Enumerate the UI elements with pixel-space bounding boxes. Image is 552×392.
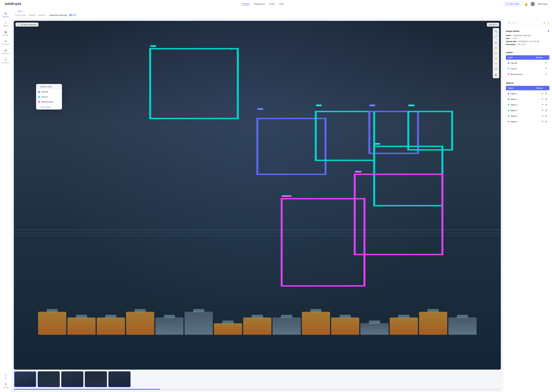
objects-table-header: Object Actions — [506, 86, 549, 90]
object6-visibility-icon[interactable]: 👁 — [541, 120, 544, 123]
object3-visibility-icon[interactable]: 👁 — [541, 104, 544, 106]
sidebar-item-datasets[interactable]: ⊞ Datasets — [1, 10, 11, 19]
tool-zoom-out[interactable]: 🔎 — [494, 34, 498, 39]
tag-icon[interactable]: ⬡ — [547, 21, 549, 24]
class-option-wrongfill[interactable]: Wrong fill level — [36, 99, 62, 104]
object5-delete-icon[interactable]: 🗑 — [545, 115, 547, 117]
capoff-visibility-icon[interactable]: 👁 — [545, 62, 547, 64]
sidebar-item-integration[interactable]: ⊡ Integration — [1, 56, 11, 65]
nav-help[interactable]: Help — [279, 3, 284, 5]
tool-cursor[interactable]: ▲ — [494, 41, 498, 45]
wrongfill-visibility-icon[interactable]: 👁 — [545, 73, 547, 76]
tool-hand[interactable]: ✋ — [494, 46, 498, 50]
label-row-capoff: Cap-Off 👁 — [506, 60, 549, 66]
sidebar-item-connectors[interactable]: ⊕ Connectors — [1, 38, 11, 47]
class-option-capon[interactable]: Cap-On — [36, 94, 62, 99]
label-col-header: Label — [508, 56, 536, 59]
zoom-control[interactable]: 12% (fit) ▾ — [487, 23, 499, 27]
user-avatar[interactable]: 👤 — [530, 2, 535, 6]
object-row-2: Object 2 👁 🗑 — [506, 97, 549, 102]
wrongfill-label: Wrong fill level — [41, 101, 53, 103]
sidebar-item-predictions[interactable]: ▤ Predictions — [1, 47, 11, 56]
wrongfill-label-dot — [508, 73, 509, 75]
sidebar-item-models[interactable]: ◻ Models — [1, 20, 11, 28]
breadcrumb-project[interactable]: Project name — [15, 14, 26, 16]
datasets-icon: ⊞ — [4, 12, 7, 15]
object5-dot — [508, 115, 509, 117]
thumbnail-4[interactable] — [108, 371, 131, 387]
notifications-bell[interactable]: 🔔 — [524, 2, 528, 6]
capon-visibility-icon[interactable]: 👁 — [545, 67, 547, 70]
search-bar[interactable]: 🔍 Search — [506, 21, 542, 25]
sidebar-label-doc: Doc — [4, 377, 7, 379]
add-class-option[interactable]: + Add classes — [36, 104, 62, 110]
bbox-label-capon-1: Cap-On — [150, 45, 156, 47]
credits-label: 3000 credits — [509, 3, 520, 5]
object5-visibility-icon[interactable]: 👁 — [541, 115, 544, 117]
breadcrumb-dataset[interactable]: Dataset — [29, 14, 35, 16]
breadcrumb-dataset1[interactable]: Dataset 1 — [38, 14, 46, 16]
breadcrumb-image[interactable]: image1hdiu-dusjo.jpg — [49, 14, 67, 16]
nav-playground[interactable]: Playground — [254, 3, 265, 5]
right-panel-header: 🔍 Search ⊿ ⬡ — [503, 19, 552, 27]
object-actions-header: Actions — [536, 87, 547, 89]
sidebar-item-settings[interactable]: ⚙ Settings — [1, 381, 11, 390]
object4-visibility-icon[interactable]: 👁 — [541, 109, 544, 112]
canvas-tools: 🔍 🔎 ▲ ✋ ⌗ ✏ ✂ ◎ 🗑 — [493, 28, 499, 78]
bbox-label-capoff-1: Cap-Off — [257, 108, 263, 110]
back-label: Back — [18, 10, 22, 12]
sidebar-label-datasets: Datasets — [3, 16, 9, 18]
capon-label-text: Cap-On — [510, 68, 517, 70]
doc-icon: 📄 — [4, 373, 7, 377]
object1-visibility-icon[interactable]: 👁 — [541, 92, 544, 95]
monitors-icon: ▣ — [4, 30, 7, 34]
app-logo[interactable]: AVERR◉ES — [5, 2, 21, 6]
credits-badge[interactable]: ⊙ 3000 credits — [504, 2, 522, 6]
object2-delete-icon[interactable]: 🗑 — [545, 98, 547, 100]
sidebar-item-doc[interactable]: 📄 Doc — [1, 372, 11, 380]
object2-visibility-icon[interactable]: 👁 — [541, 98, 544, 100]
object2-dot — [508, 98, 509, 100]
tool-hide[interactable]: ◎ — [494, 66, 498, 71]
object1-delete-icon[interactable]: 🗑 — [545, 92, 547, 95]
sidebar-label-settings: Settings — [3, 386, 9, 388]
thumbnail-3[interactable] — [85, 371, 107, 387]
sidebar-label-monitors: Monitors — [3, 34, 9, 36]
detection-checkbox[interactable] — [17, 23, 20, 26]
tool-delete[interactable]: 🗑 — [494, 73, 498, 77]
version-badge[interactable]: 🔷 V1 ▾ — [68, 14, 77, 16]
object3-delete-icon[interactable]: 🗑 — [545, 104, 547, 106]
tool-lasso[interactable]: ✂ — [494, 61, 498, 66]
tool-zoom-in[interactable]: 🔍 — [494, 29, 498, 34]
sidebar-item-monitors[interactable]: ▣ Monitors — [1, 29, 11, 37]
class-selector-title: Select a class — [40, 85, 52, 88]
nav-invite[interactable]: Invite — [269, 3, 275, 5]
tool-polygon[interactable]: ⌗ — [494, 51, 498, 56]
label-actions-header: Actions — [536, 56, 547, 59]
thumbnail-1[interactable] — [38, 371, 60, 387]
detail-size: Size: 6.5 KB — [506, 37, 549, 40]
thumbnail-2[interactable] — [61, 371, 83, 387]
capoff-dot — [38, 91, 40, 93]
user-name[interactable]: John Doue — [538, 3, 547, 5]
objects-section: Objects Object Actions Object 1 👁 � — [503, 79, 552, 126]
object4-name: Object 4 — [510, 109, 517, 112]
object4-delete-icon[interactable]: 🗑 — [545, 109, 547, 112]
thumbnails-strip — [14, 371, 501, 387]
no-detection-badge[interactable]: No object detection — [15, 22, 38, 27]
filter-icon[interactable]: ⊿ — [543, 21, 545, 24]
add-class-plus-icon: + — [38, 106, 39, 108]
nav-projects[interactable]: Projects — [241, 2, 249, 6]
image-details-title: Image details — [506, 30, 520, 32]
download-icon[interactable]: ⬇ — [547, 29, 549, 33]
object6-delete-icon[interactable]: 🗑 — [545, 120, 547, 123]
thumbnail-0[interactable] — [14, 371, 36, 387]
tool-brush[interactable]: ✏ — [494, 56, 498, 61]
version-label: V1 — [72, 14, 74, 16]
object-row-6: Object 6 👁 🗑 — [506, 119, 549, 124]
class-option-capoff[interactable]: Cap-Off — [36, 89, 62, 94]
object6-dot — [508, 121, 509, 122]
back-link[interactable]: ← Back — [15, 10, 549, 12]
labels-title: Labels — [506, 51, 513, 54]
sidebar-label-connectors: Connectors — [2, 43, 10, 45]
